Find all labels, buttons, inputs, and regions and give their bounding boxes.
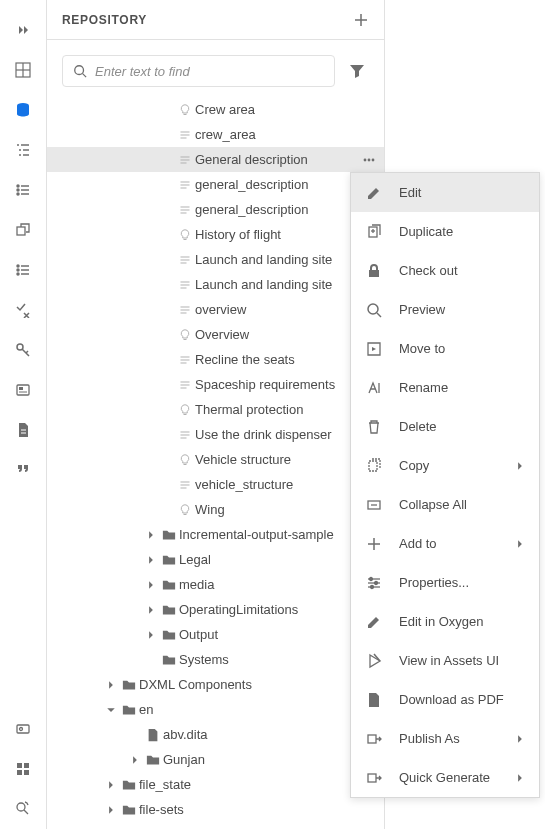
search-input[interactable] bbox=[95, 64, 324, 79]
tree-item-label: Crew area bbox=[195, 102, 384, 117]
chevron-right-icon[interactable] bbox=[103, 805, 119, 815]
tree-item[interactable]: General description bbox=[47, 147, 384, 172]
svg-point-133 bbox=[368, 304, 378, 314]
tree-item[interactable]: Thermal protection bbox=[47, 397, 384, 422]
reusable-icon[interactable] bbox=[0, 210, 46, 250]
tree-item[interactable]: Wing bbox=[47, 497, 384, 522]
chevron-right-icon[interactable] bbox=[143, 580, 159, 590]
svg-point-54 bbox=[368, 158, 371, 161]
tree-folder[interactable]: Systems bbox=[47, 647, 384, 672]
tree-folder[interactable]: DXML Components bbox=[47, 672, 384, 697]
topic-icon bbox=[175, 279, 195, 291]
grid-icon[interactable] bbox=[0, 50, 46, 90]
tree-item[interactable]: Overview bbox=[47, 322, 384, 347]
add-button[interactable] bbox=[353, 12, 369, 28]
generate-icon bbox=[365, 770, 383, 786]
search-box[interactable] bbox=[62, 55, 335, 87]
filter-button[interactable] bbox=[345, 59, 369, 83]
menu-item-publish-as[interactable]: Publish As bbox=[351, 719, 539, 758]
card-icon[interactable] bbox=[0, 370, 46, 410]
svg-point-10 bbox=[17, 185, 19, 187]
preview-icon bbox=[365, 302, 383, 318]
chevron-right-icon[interactable] bbox=[143, 555, 159, 565]
tree-file[interactable]: abv.dita bbox=[47, 722, 384, 747]
chevron-right-icon[interactable] bbox=[127, 755, 143, 765]
menu-item-edit-in-oxygen[interactable]: Edit in Oxygen bbox=[351, 602, 539, 641]
tree-item[interactable]: Use the drink dispenser bbox=[47, 422, 384, 447]
tree-folder[interactable]: Output bbox=[47, 622, 384, 647]
external-icon bbox=[365, 653, 383, 669]
menu-item-label: Collapse All bbox=[399, 497, 525, 512]
svg-point-55 bbox=[372, 158, 375, 161]
topic-icon bbox=[175, 254, 195, 266]
svg-rect-25 bbox=[19, 387, 23, 390]
tree-folder[interactable]: Gunjan bbox=[47, 747, 384, 772]
tree-folder[interactable]: en bbox=[47, 697, 384, 722]
chevron-right-icon[interactable] bbox=[103, 680, 119, 690]
tree-item[interactable]: Crew area bbox=[47, 97, 384, 122]
key-icon[interactable] bbox=[0, 330, 46, 370]
menu-item-add-to[interactable]: Add to bbox=[351, 524, 539, 563]
apps-icon[interactable] bbox=[0, 749, 46, 789]
svg-rect-31 bbox=[17, 763, 22, 768]
chevron-right-icon[interactable] bbox=[143, 530, 159, 540]
menu-item-collapse-all[interactable]: Collapse All bbox=[351, 485, 539, 524]
list-icon[interactable] bbox=[0, 170, 46, 210]
tree-item-label: en bbox=[139, 702, 384, 717]
menu-item-quick-generate[interactable]: Quick Generate bbox=[351, 758, 539, 797]
tree-item[interactable]: vehicle_structure bbox=[47, 472, 384, 497]
svg-line-134 bbox=[377, 313, 381, 317]
menu-item-view-in-assets-ui[interactable]: View in Assets UI bbox=[351, 641, 539, 680]
outline-icon[interactable] bbox=[0, 130, 46, 170]
menu-item-edit[interactable]: Edit bbox=[351, 173, 539, 212]
tree-folder[interactable]: media bbox=[47, 572, 384, 597]
topic-icon bbox=[175, 129, 195, 141]
badge-icon[interactable] bbox=[0, 709, 46, 749]
tree-item[interactable]: overview bbox=[47, 297, 384, 322]
edit-icon bbox=[365, 185, 383, 201]
tree-folder[interactable]: file-sets bbox=[47, 797, 384, 822]
tree-item[interactable]: Vehicle structure bbox=[47, 447, 384, 472]
menu-item-label: Properties... bbox=[399, 575, 525, 590]
menu-item-rename[interactable]: Rename bbox=[351, 368, 539, 407]
menu-item-download-as-pdf[interactable]: Download as PDF bbox=[351, 680, 539, 719]
menu-item-check-out[interactable]: Check out bbox=[351, 251, 539, 290]
menu-item-preview[interactable]: Preview bbox=[351, 290, 539, 329]
more-icon[interactable] bbox=[354, 152, 384, 168]
chevron-right-icon[interactable] bbox=[103, 780, 119, 790]
file-tree[interactable]: Crew area crew_area General description … bbox=[47, 97, 384, 829]
tree-folder[interactable]: OperatingLimitations bbox=[47, 597, 384, 622]
copy-icon bbox=[365, 458, 383, 474]
tree-item[interactable]: general_description bbox=[47, 172, 384, 197]
menu-item-move-to[interactable]: Move to bbox=[351, 329, 539, 368]
menu-item-copy[interactable]: Copy bbox=[351, 446, 539, 485]
tree-item[interactable]: Launch and landing site bbox=[47, 272, 384, 297]
list2-icon[interactable] bbox=[0, 250, 46, 290]
quote-icon[interactable] bbox=[0, 450, 46, 490]
tree-item[interactable]: Recline the seats bbox=[47, 347, 384, 372]
repository-icon[interactable] bbox=[0, 90, 46, 130]
menu-item-duplicate[interactable]: Duplicate bbox=[351, 212, 539, 251]
tree-folder[interactable]: Legal bbox=[47, 547, 384, 572]
tree-item[interactable]: general_description bbox=[47, 197, 384, 222]
tree-item[interactable]: crew_area bbox=[47, 122, 384, 147]
svg-point-146 bbox=[371, 585, 374, 588]
tree-folder[interactable]: file_state bbox=[47, 772, 384, 797]
tree-item[interactable]: History of flight bbox=[47, 222, 384, 247]
menu-item-properties-[interactable]: Properties... bbox=[351, 563, 539, 602]
document-icon[interactable] bbox=[0, 410, 46, 450]
folder-icon bbox=[119, 703, 139, 717]
chevron-down-icon[interactable] bbox=[103, 705, 119, 715]
delete-icon bbox=[365, 419, 383, 435]
chevron-right-icon[interactable] bbox=[143, 605, 159, 615]
context-menu: Edit Duplicate Check out Preview Move to… bbox=[350, 172, 540, 798]
svg-point-53 bbox=[364, 158, 367, 161]
search-replace-icon[interactable] bbox=[0, 789, 46, 829]
tree-item[interactable]: Spaceship requirements bbox=[47, 372, 384, 397]
expand-icon[interactable] bbox=[0, 10, 46, 50]
tree-item[interactable]: Launch and landing site bbox=[47, 247, 384, 272]
check-x-icon[interactable] bbox=[0, 290, 46, 330]
chevron-right-icon[interactable] bbox=[143, 630, 159, 640]
tree-folder[interactable]: Incremental-output-sample bbox=[47, 522, 384, 547]
menu-item-delete[interactable]: Delete bbox=[351, 407, 539, 446]
